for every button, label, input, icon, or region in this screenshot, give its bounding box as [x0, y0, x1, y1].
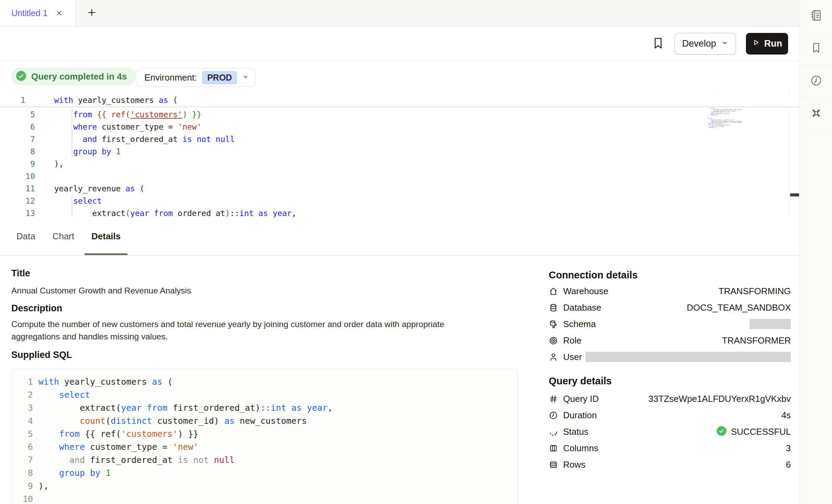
database-icon	[549, 303, 560, 312]
dbt-icon	[810, 107, 823, 121]
develop-dropdown[interactable]: Develop	[675, 33, 736, 55]
tab-chart[interactable]: Chart	[52, 217, 74, 255]
connection-details-heading: Connection details	[549, 269, 638, 281]
tab-details[interactable]: Details	[92, 217, 121, 255]
supplied-sql-line-2: 2 select	[12, 388, 518, 401]
detail-row-columns: Columns3	[549, 440, 791, 457]
new-tab-button[interactable]	[82, 0, 101, 26]
detail-label: Columns	[563, 443, 598, 454]
rows-icon	[549, 460, 560, 469]
line-number: 13	[0, 207, 35, 217]
bookmark-button[interactable]	[651, 36, 665, 51]
success-check-icon	[716, 426, 727, 437]
editor-line-8[interactable]: 8 group by 1	[0, 145, 800, 158]
supplied-sql-line-3: 3 extract(year from first_ordered_at)::i…	[12, 401, 518, 414]
query-status-pill: Query completed in 4s	[11, 68, 136, 85]
environment-value-chip: PROD	[202, 71, 237, 84]
detail-label: Status	[563, 427, 589, 437]
rail-button-notebook[interactable]	[800, 0, 832, 33]
detail-label: Query ID	[563, 394, 599, 404]
detail-label: Schema	[563, 319, 596, 329]
line-number: 11	[0, 182, 35, 195]
detail-value: TRANSFORMER	[722, 335, 791, 346]
code-text: ),	[54, 158, 64, 170]
detail-row-user: User	[549, 348, 791, 365]
editor-line-10[interactable]: 10	[0, 170, 800, 182]
code-text: where customer_type = 'new'	[54, 121, 201, 133]
detail-row-role: RoleTRANSFORMER	[549, 332, 791, 349]
hash-icon	[549, 394, 560, 404]
code-text: and first_ordered_at is not null	[38, 455, 235, 465]
develop-label: Develop	[682, 38, 716, 49]
detail-value: 4s	[782, 410, 791, 421]
line-number: 7	[0, 133, 35, 145]
tab-label: Chart	[52, 231, 74, 242]
editor-sticky-divider	[0, 106, 800, 107]
editor-line-13[interactable]: 13 extract(year from ordered_at)::int as…	[0, 207, 800, 217]
detail-row-status: StatusSUCCESSFUL	[549, 423, 791, 440]
tab-untitled-1[interactable]: Untitled 1	[0, 0, 76, 26]
title-heading: Title	[11, 268, 30, 279]
tab-data[interactable]: Data	[16, 217, 35, 255]
editor-line-9[interactable]: 9),	[0, 158, 800, 170]
editor-line-6[interactable]: 6 where customer_type = 'new'	[0, 121, 800, 133]
close-icon[interactable]	[55, 9, 63, 17]
rail-button-dbt[interactable]	[800, 98, 832, 130]
line-number: 4	[12, 416, 33, 426]
detail-row-warehouse: WarehouseTRANSFORMING	[549, 283, 791, 300]
description-heading: Description	[11, 303, 62, 314]
tab-title: Untitled 1	[11, 8, 48, 18]
line-number: 12	[0, 195, 35, 207]
line-number: 9	[0, 158, 35, 170]
detail-value: 3	[786, 443, 791, 454]
rail-button-bookmark[interactable]	[800, 33, 832, 65]
sql-editor[interactable]: 5 from {{ ref('customers') }}6 where cus…	[0, 88, 800, 217]
editor-line-12[interactable]: 12 select	[0, 195, 800, 207]
chevron-down-icon	[721, 38, 728, 49]
role-icon	[549, 336, 560, 345]
line-number: 5	[12, 429, 33, 439]
editor-sticky-line[interactable]: 1with yearly_customers as (	[0, 94, 800, 106]
line-number: 5	[0, 108, 35, 121]
title-value: Annual Customer Growth and Revenue Analy…	[11, 285, 191, 297]
supplied-sql-heading: Supplied SQL	[11, 350, 72, 360]
code-text: and first_ordered_at is not null	[54, 133, 235, 145]
line-number: 6	[12, 442, 33, 452]
line-number: 1	[12, 377, 33, 387]
line-number: 10	[12, 494, 33, 504]
tab-bar: Untitled 1	[0, 0, 800, 27]
supplied-sql-line-5: 5 from {{ ref('customers') }}	[12, 427, 518, 440]
supplied-sql-line-4: 4 count(distinct customer_id) as new_cus…	[12, 414, 518, 427]
detail-label: User	[563, 352, 582, 362]
detail-value: SUCCESSFUL	[731, 427, 791, 437]
right-rail	[800, 0, 832, 504]
detail-row-schema: Schema	[549, 315, 791, 333]
user-icon	[549, 352, 560, 362]
code-text: from {{ ref('customers') }}	[54, 108, 201, 121]
line-number: 1	[0, 94, 35, 106]
bookmark-icon	[810, 41, 823, 56]
editor-line-7[interactable]: 7 and first_ordered_at is not null	[0, 133, 800, 145]
spinner-icon	[549, 427, 560, 436]
editor-line-11[interactable]: 11yearly_revenue as (	[0, 182, 800, 195]
rail-button-history[interactable]	[800, 65, 832, 98]
code-text: from {{ ref('customers') }}	[38, 429, 199, 439]
detail-label: Duration	[563, 410, 597, 421]
run-button[interactable]: Run	[746, 33, 788, 55]
line-number: 8	[12, 468, 33, 478]
query-status-text: Query completed in 4s	[31, 71, 127, 82]
editor-scrollbar-thumb[interactable]	[790, 193, 799, 196]
editor-line-5[interactable]: 5 from {{ ref('customers') }}	[0, 108, 800, 121]
chevron-down-icon	[242, 73, 249, 82]
line-number: 6	[0, 121, 35, 133]
tab-label: Details	[92, 231, 121, 242]
editor-scrollbar[interactable]	[789, 88, 800, 217]
environment-dropdown[interactable]: Environment: PROD	[136, 68, 255, 87]
history-icon	[810, 74, 823, 88]
detail-value: DOCS_TEAM_SANDBOX	[687, 302, 791, 313]
description-value: Compute the number of new customers and …	[11, 318, 483, 343]
schema-icon	[549, 320, 560, 329]
supplied-sql-line-7: 7 and first_ordered_at is not null	[12, 453, 518, 466]
code-text: group by 1	[54, 145, 121, 158]
tab-label: Data	[16, 231, 35, 242]
